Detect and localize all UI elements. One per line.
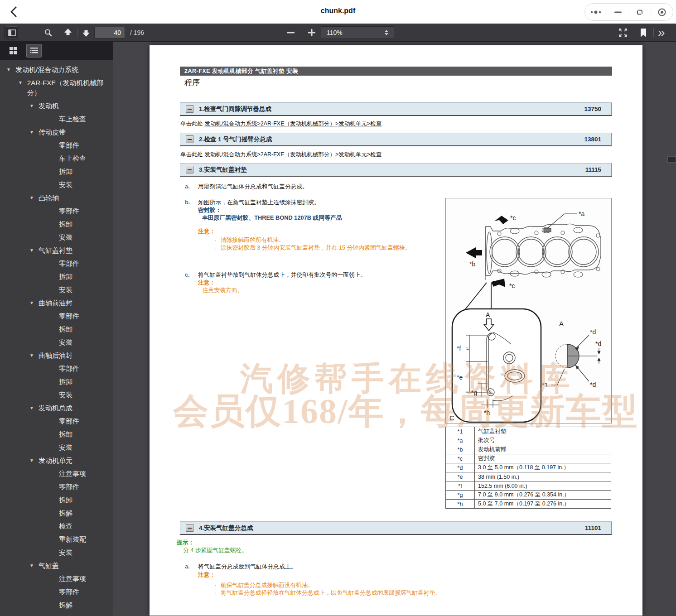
caret-down-icon[interactable]: ▼ xyxy=(29,353,34,358)
outline-item[interactable]: ▼ 检查 xyxy=(0,520,113,533)
outline-item[interactable]: ▼ 发动机/混合动力系统 xyxy=(0,63,113,77)
outline-item[interactable]: ▼ 零部件 xyxy=(0,362,113,375)
outline-item[interactable]: ▼ 拆卸 xyxy=(0,323,113,336)
step-1-link-line: 单击此处 发动机/混合动力系统>2AR-FXE（发动机机械部分）>发动机单元>检… xyxy=(180,120,381,128)
outline-view-button[interactable] xyxy=(26,44,42,58)
restore-button[interactable] xyxy=(629,4,651,20)
zoom-in-button[interactable] xyxy=(304,27,320,38)
outline-item[interactable]: ▼ 发动机总成 xyxy=(0,402,113,415)
caret-down-icon[interactable]: ▼ xyxy=(29,130,34,135)
outline-item[interactable]: ▼ 安装 xyxy=(0,336,113,349)
toolbar-overflow-button[interactable]: » xyxy=(658,24,665,42)
outline-item-label: 注意事项 xyxy=(59,574,110,584)
legend-value: 38 mm (1.50 in.) xyxy=(475,474,611,480)
outline-item[interactable]: ▼ 安装 xyxy=(0,546,113,559)
close-button[interactable] xyxy=(651,4,673,20)
item-letter-a: a. xyxy=(185,563,190,570)
legend-value: 7.0 至 9.0 mm（0.276 至 0.354 in.） xyxy=(475,491,611,499)
zoom-out-button[interactable] xyxy=(283,27,299,38)
caret-down-icon[interactable]: ▼ xyxy=(29,103,34,109)
legend-row: *1 气缸盖衬垫 xyxy=(446,427,611,436)
step3-a-text: 用溶剂清洁气缸体分总成和气缸盖分总成。 xyxy=(198,183,308,191)
caret-down-icon[interactable]: ▼ xyxy=(29,300,34,306)
previous-page-button[interactable] xyxy=(62,27,74,38)
minus-icon xyxy=(188,139,192,140)
sidebar-toggle-button[interactable] xyxy=(5,26,19,39)
svg-text:*d: *d xyxy=(590,328,596,336)
minus-icon xyxy=(188,109,192,110)
minus-icon xyxy=(188,528,192,529)
outline-item[interactable]: ▼ 拆卸 xyxy=(0,494,113,507)
outline-item[interactable]: ▼ 零部件 xyxy=(0,415,113,428)
outline-item[interactable]: ▼ 拆卸 xyxy=(0,375,113,389)
caret-down-icon[interactable]: ▼ xyxy=(18,80,23,86)
outline-item[interactable]: ▼ 零部件 xyxy=(0,310,113,323)
legend-key: *e xyxy=(446,472,475,481)
outline-item[interactable]: ▼ 曲轴前油封 xyxy=(0,297,113,310)
more-options-button[interactable] xyxy=(585,4,607,20)
outline-item[interactable]: ▼ 零部件 xyxy=(0,257,113,270)
outline-item[interactable]: ▼ 传动皮带 xyxy=(0,126,113,139)
caret-down-icon[interactable]: ▼ xyxy=(29,248,34,253)
outline-item-label: 拆卸 xyxy=(59,272,110,282)
outline-item[interactable]: ▼ 重新装配 xyxy=(0,533,113,546)
minimize-button[interactable] xyxy=(607,4,629,20)
caret-down-icon[interactable]: ▼ xyxy=(29,458,34,463)
step-2-link-line: 单击此处 发动机/混合动力系统>2AR-FXE（发动机机械部分）>发动机单元>检… xyxy=(180,151,381,159)
tip-text: 分 4 步紧固气缸盖螺栓。 xyxy=(183,547,247,554)
collapse-step-button[interactable] xyxy=(186,524,193,532)
outline-item[interactable]: ▼ 气缸盖 xyxy=(0,559,113,573)
outline-item[interactable]: ▼ 拆卸 xyxy=(0,165,113,178)
outline-item[interactable]: ▼ 安装 xyxy=(0,284,113,297)
minus-icon xyxy=(287,32,295,34)
outline-item[interactable]: ▼ 零部件 xyxy=(0,481,113,494)
outline-item[interactable]: ▼ 注意事项 xyxy=(0,467,113,481)
procedure-link[interactable]: 发动机/混合动力系统>2AR-FXE（发动机机械部分）>发动机单元>检查 xyxy=(204,151,381,158)
thumbnails-view-button[interactable] xyxy=(5,44,21,58)
outline-item[interactable]: ▼ 拆解 xyxy=(0,507,113,520)
outline-item[interactable]: ▼ 注意事项 xyxy=(0,573,113,586)
next-page-button[interactable] xyxy=(80,27,92,38)
outline-item-label: 安装 xyxy=(59,285,110,295)
collapse-step-button[interactable] xyxy=(186,105,193,113)
collapse-step-button[interactable] xyxy=(186,166,193,173)
outline-item[interactable]: ▼ 拆解 xyxy=(0,599,113,612)
bookmark-button[interactable] xyxy=(637,27,650,38)
outline-item[interactable]: ▼ 拆卸 xyxy=(0,270,113,284)
outline-item[interactable]: ▼ 安装 xyxy=(0,178,113,192)
caret-down-icon[interactable]: ▼ xyxy=(29,563,34,568)
collapse-step-button[interactable] xyxy=(186,135,193,143)
browser-titlebar: chunk.pdf xyxy=(0,0,676,24)
outline-item[interactable]: ▼ 曲轴后油封 xyxy=(0,349,113,362)
outline-item[interactable]: ▼ 安装 xyxy=(0,389,113,402)
presentation-mode-button[interactable] xyxy=(616,27,630,38)
step-bar-3: 3.安装气缸盖衬垫 11115 xyxy=(180,163,612,177)
caret-down-icon[interactable]: ▼ xyxy=(6,67,11,72)
outline-item[interactable]: ▼ 凸轮轴 xyxy=(0,192,113,205)
outline-item[interactable]: ▼ 发动机单元 xyxy=(0,454,113,467)
outline-item[interactable]: ▼ 零部件 xyxy=(0,586,113,599)
vertical-scrollbar-thumb[interactable] xyxy=(667,156,676,163)
outline-item[interactable]: ▼ 拆卸 xyxy=(0,428,113,441)
page-number-input[interactable] xyxy=(94,27,125,38)
item-letter-b: b. xyxy=(185,199,190,206)
outline-item-label: 零部件 xyxy=(59,206,110,216)
caret-down-icon[interactable]: ▼ xyxy=(29,195,34,201)
outline-item[interactable]: ▼ 车上检查 xyxy=(0,113,113,126)
caret-down-icon[interactable]: ▼ xyxy=(29,405,34,411)
search-icon xyxy=(44,29,52,37)
search-button[interactable] xyxy=(42,27,54,38)
outline-item[interactable]: ▼ 安装 xyxy=(0,231,113,244)
zoom-level-select[interactable]: 110% xyxy=(321,26,394,39)
procedure-link[interactable]: 发动机/混合动力系统>2AR-FXE（发动机机械部分）>发动机单元>检查 xyxy=(204,120,381,127)
outline-item[interactable]: ▼ 拆卸 xyxy=(0,218,113,231)
outline-item[interactable]: ▼ 气缸盖衬垫 xyxy=(0,244,113,257)
outline-item[interactable]: ▼ 安装 xyxy=(0,441,113,454)
outline-item[interactable]: ▼ 零部件 xyxy=(0,139,113,152)
outline-item[interactable]: ▼ 2AR-FXE（发动机机械部分） xyxy=(0,77,113,100)
outline-item[interactable]: ▼ 车上检查 xyxy=(0,152,113,165)
outline-item[interactable]: ▼ 零部件 xyxy=(0,205,113,218)
outline-item[interactable]: ▼ 发动机 xyxy=(0,100,113,113)
outline-item-label: 零部件 xyxy=(59,364,110,374)
notice-label: 注意： xyxy=(198,279,215,287)
